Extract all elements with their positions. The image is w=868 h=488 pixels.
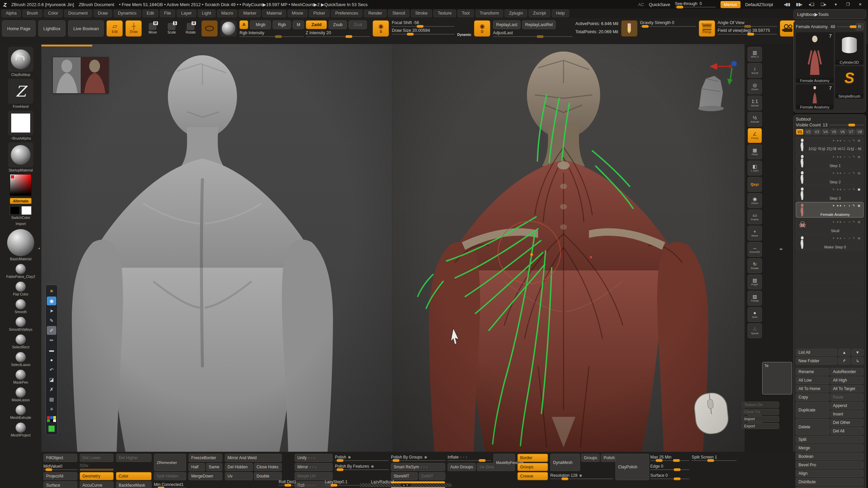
zsub-button[interactable]: Zsub	[329, 20, 347, 29]
trash-icon[interactable]: ✗	[47, 385, 56, 394]
subtool-row[interactable]: ▾ ●● ◐ ◑ ✎ ◉10강 여성 2단계 바디 각상 - 하체	[796, 137, 864, 152]
polish-slider[interactable]: Polish	[335, 454, 389, 462]
sdiv-slider[interactable]: SDiv	[80, 463, 114, 471]
polyf-button[interactable]: ▧PolyF	[748, 274, 762, 289]
subtool-empty-row[interactable]	[796, 267, 864, 283]
material-item-masklasso[interactable]: MaskLasso	[12, 387, 29, 403]
viewport[interactable]: ☀◉➤✎✐✏▬●↶◪✗▤≡	[41, 44, 745, 452]
mirror-and-weld-button[interactable]: Mirror And Weld	[225, 454, 282, 462]
main-color-swatch[interactable]	[10, 206, 20, 215]
crease-button[interactable]: Crease	[517, 472, 548, 480]
menu-draw[interactable]: Draw	[94, 9, 112, 17]
scrub-right-icon[interactable]: ▮▮▸	[795, 2, 804, 7]
tool-thumb-female-anatomy[interactable]: 7 Female Anatomy	[796, 32, 834, 83]
menu-picker[interactable]: Picker	[309, 9, 330, 17]
material-picker[interactable]	[220, 20, 237, 37]
dynamic-draw-size-button[interactable]: ◉ D	[474, 20, 490, 37]
alternate-button[interactable]: Alternate	[10, 198, 32, 204]
material-item-maskpen[interactable]: MaskPen	[13, 370, 28, 386]
transp-button[interactable]: ▨Transp	[748, 291, 762, 306]
backfacemask-button[interactable]: BackfaceMask	[116, 481, 152, 488]
zoom3d-button[interactable]: ↔Zoom3D	[748, 242, 762, 257]
brush-thumb-claybuildup[interactable]	[8, 47, 33, 72]
all-low-button[interactable]: All Low	[796, 377, 829, 384]
menu-macro[interactable]: Macro	[217, 9, 238, 17]
subtool-row[interactable]: ▾ ●● ◐ ◑ ✎ ◉Step 2	[796, 169, 864, 185]
persp-button[interactable]: ∠Persp	[748, 128, 762, 143]
del-higher-button[interactable]: Del Higher	[116, 454, 152, 462]
menu-edit[interactable]: Edit	[142, 9, 159, 17]
edit-button[interactable]: ▱ Edit	[106, 20, 123, 37]
move-button[interactable]: M Move	[144, 20, 161, 37]
subtool-empty-row[interactable]	[796, 251, 864, 266]
subtool-tab-v7[interactable]: V7	[847, 129, 855, 135]
menus-button[interactable]: Menus	[721, 1, 741, 8]
ruler-icon[interactable]: ▬	[47, 346, 56, 354]
del-all-button[interactable]: Del All	[830, 427, 864, 435]
visible-count-slider[interactable]	[829, 125, 864, 125]
subtool-row-icons[interactable]: ▾ ●● ◐ ◑ ✎ ◉	[833, 171, 861, 175]
autoreorder-button[interactable]: AutoReorder	[830, 368, 864, 375]
zcut-button[interactable]: Zcut	[349, 20, 367, 29]
m-button[interactable]: M	[293, 20, 304, 29]
menu-layer[interactable]: Layer	[177, 9, 196, 17]
lsym-button[interactable]: ◧L.Sym	[748, 161, 762, 176]
claypolish-button[interactable]: ClayPolish	[615, 454, 649, 480]
menu-stroke[interactable]: Stroke	[411, 9, 432, 17]
unify-button[interactable]: UnifyX Y Z	[295, 454, 333, 462]
menu-marker[interactable]: Marker	[239, 9, 261, 17]
scrub-left-icon[interactable]: ◂▮▮	[783, 2, 791, 7]
cursor-icon[interactable]: ➤	[47, 306, 56, 315]
import-button[interactable]: Import	[16, 222, 26, 226]
rotate3d-button[interactable]: ↻Rotate	[748, 258, 762, 273]
brush-thumb-freehand[interactable]: Z	[8, 79, 33, 104]
magnify-button[interactable]: ◉Zoom	[748, 193, 762, 208]
align-button[interactable]: Align	[796, 470, 864, 477]
fillobject-button[interactable]: FillObject	[43, 454, 77, 462]
texture-clone-txt[interactable]: Clone Txt	[742, 409, 779, 415]
copy-button[interactable]: Copy	[796, 393, 829, 401]
draw-size-slider[interactable]: Draw Size 20.00594	[392, 28, 454, 35]
right-tray-toggle-icon[interactable]: ◂▸	[779, 247, 783, 251]
texture-export[interactable]: Export	[742, 423, 779, 429]
palette-icon[interactable]	[47, 414, 56, 423]
active-color-swatch[interactable]	[47, 424, 56, 433]
subtool-empty-row[interactable]	[796, 300, 864, 315]
subtool-empty-row[interactable]	[796, 332, 864, 348]
dock-right-icon[interactable]: ❏▸	[819, 2, 828, 7]
bevel-pro-button[interactable]: Bevel Pro	[796, 461, 864, 469]
brush-thumb-startupmaterial[interactable]	[8, 142, 33, 167]
replay-last-button[interactable]: ReplayLast	[493, 20, 520, 29]
zadd-button[interactable]: Zadd	[306, 20, 327, 29]
subtool-row-icons[interactable]: ▾ ●● ◐ ◑ ✎ ◉	[833, 155, 861, 159]
mergedown-button[interactable]: MergeDown	[189, 472, 222, 480]
all-to-home-button[interactable]: All To Home	[796, 385, 829, 392]
reference-thumbnail[interactable]	[53, 57, 109, 94]
close-holes-button[interactable]: Close Holes	[254, 463, 282, 471]
subtool-row-icons[interactable]: ▾ ●● ◐ ◑ ✎ ◉	[833, 236, 861, 240]
subtool-tab-v8[interactable]: V8	[856, 129, 864, 135]
zremesher-button[interactable]: ZRemesher	[154, 454, 186, 471]
qxyz-button[interactable]: Qxyz	[748, 177, 762, 192]
move-down-button[interactable]: ▼	[851, 349, 864, 356]
subtool-empty-row[interactable]	[796, 316, 864, 331]
menu-zscript[interactable]: Zscript	[529, 9, 550, 17]
del-other-button[interactable]: Del Other	[830, 419, 864, 426]
menu-dynamics[interactable]: Dynamics	[114, 9, 141, 17]
smart-resym-button[interactable]: Smart ReSymX Y Z	[391, 463, 445, 471]
rgb-button[interactable]: Rgb	[273, 20, 291, 29]
half-button[interactable]: Half	[189, 463, 205, 471]
subtool-tab-v5[interactable]: V5	[830, 129, 838, 135]
double-button[interactable]: Double	[254, 472, 282, 480]
subtool-row[interactable]: ▾ ●● ◐ ◑ ✎ ◉Step 3	[796, 186, 864, 201]
split-screen-slider[interactable]: Split Screen 1	[692, 454, 736, 462]
freezeborder-button[interactable]: FreezeBorder	[189, 454, 222, 462]
material-item-smooth[interactable]: Smooth	[15, 299, 27, 315]
marker-icon[interactable]: ✐	[47, 326, 56, 335]
scroll-button[interactable]: ↕Scroll	[748, 63, 762, 78]
menu-document[interactable]: Document	[64, 9, 92, 17]
frame-button[interactable]: ▭Frame	[748, 209, 762, 224]
gravity-strength-slider[interactable]: Gravity Strength 0	[640, 20, 696, 27]
angle-of-view-slider[interactable]: Angle Of View	[718, 20, 777, 27]
menu-light[interactable]: Light	[198, 9, 216, 17]
